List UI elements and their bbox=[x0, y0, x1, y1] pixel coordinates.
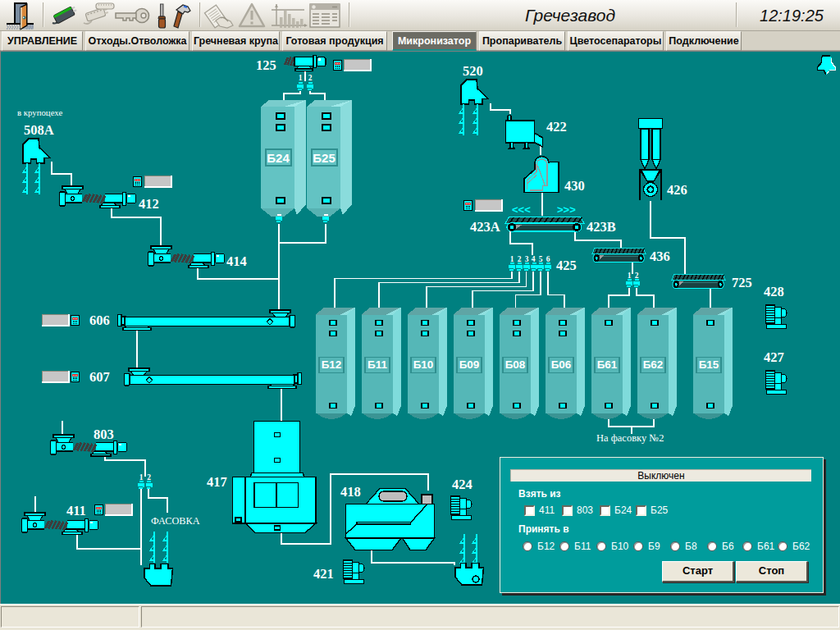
svg-text:Б61: Б61 bbox=[597, 358, 618, 371]
svg-text:в крупоцехе: в крупоцехе bbox=[17, 107, 62, 117]
svg-text:421: 421 bbox=[313, 566, 334, 582]
svg-text:418: 418 bbox=[340, 484, 361, 500]
svg-text:5: 5 bbox=[539, 255, 543, 263]
svg-text:414: 414 bbox=[226, 253, 247, 269]
svg-text:Б08: Б08 bbox=[505, 358, 526, 371]
svg-text:1: 1 bbox=[299, 74, 303, 82]
svg-text:424: 424 bbox=[452, 477, 472, 492]
svg-text:607: 607 bbox=[89, 369, 110, 385]
svg-text:6: 6 bbox=[546, 255, 550, 263]
svg-text:725: 725 bbox=[732, 275, 752, 290]
svg-text:Б15: Б15 bbox=[699, 358, 719, 371]
svg-text:2: 2 bbox=[308, 74, 313, 82]
svg-text:Б62: Б62 bbox=[643, 358, 664, 371]
svg-text:Б09: Б09 bbox=[459, 358, 480, 371]
svg-text:426: 426 bbox=[667, 182, 687, 198]
svg-text:Б25: Б25 bbox=[313, 151, 335, 165]
svg-text:430: 430 bbox=[564, 178, 585, 194]
svg-text:>>>: >>> bbox=[557, 203, 576, 216]
svg-text:423В: 423В bbox=[587, 219, 616, 235]
svg-text:На фасовку №2: На фасовку №2 bbox=[596, 432, 664, 444]
svg-text:606: 606 bbox=[89, 313, 110, 328]
svg-text:427: 427 bbox=[764, 349, 784, 365]
svg-text:1: 1 bbox=[139, 473, 144, 482]
svg-text:Б10: Б10 bbox=[413, 358, 434, 371]
svg-text:412: 412 bbox=[139, 196, 159, 212]
svg-text:436: 436 bbox=[650, 249, 670, 264]
svg-text:425: 425 bbox=[556, 258, 577, 273]
svg-text:Б11: Б11 bbox=[368, 358, 387, 371]
svg-text:803: 803 bbox=[94, 427, 114, 442]
svg-text:417: 417 bbox=[207, 474, 227, 490]
svg-text:428: 428 bbox=[764, 284, 784, 299]
svg-text:411: 411 bbox=[66, 503, 86, 518]
svg-text:Б12: Б12 bbox=[322, 358, 342, 371]
svg-text:2: 2 bbox=[635, 272, 639, 280]
svg-text:423А: 423А bbox=[470, 219, 500, 235]
svg-text:508A: 508A bbox=[24, 122, 54, 138]
svg-text:3: 3 bbox=[525, 255, 529, 263]
svg-text:4: 4 bbox=[532, 255, 536, 263]
svg-text:520: 520 bbox=[463, 63, 483, 79]
svg-text:422: 422 bbox=[546, 119, 567, 135]
svg-text:2: 2 bbox=[147, 473, 151, 482]
svg-text:Б06: Б06 bbox=[551, 358, 572, 371]
svg-text:ФАСОВКА: ФАСОВКА bbox=[151, 515, 200, 527]
svg-text:Б24: Б24 bbox=[267, 151, 290, 165]
svg-text:1: 1 bbox=[628, 272, 632, 280]
svg-text:<<<: <<< bbox=[512, 203, 531, 216]
svg-text:1: 1 bbox=[510, 255, 514, 263]
svg-text:2: 2 bbox=[518, 255, 522, 263]
svg-text:125: 125 bbox=[256, 57, 276, 73]
